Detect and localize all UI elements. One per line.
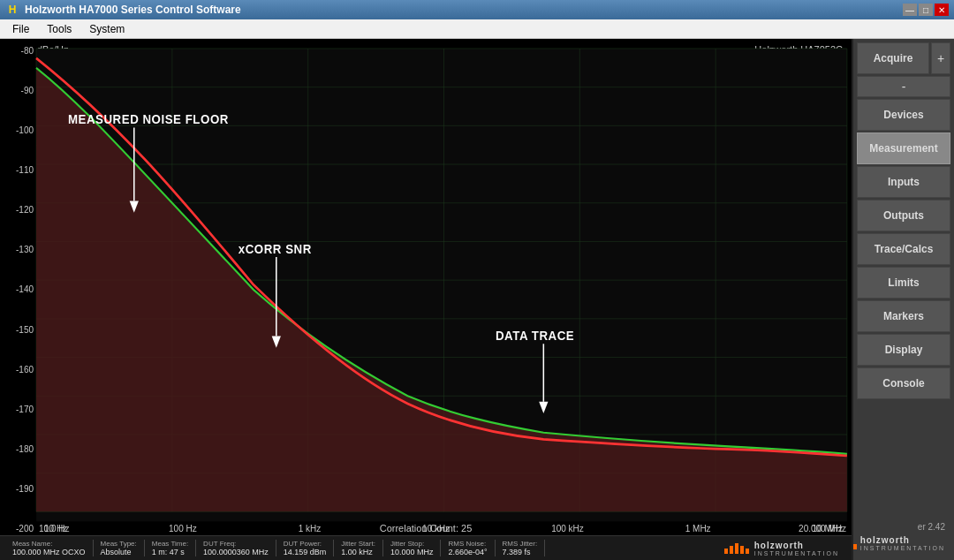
status-dut-power-label: DUT Power: <box>284 540 327 548</box>
x-label-1khz: 1 kHz <box>299 524 322 534</box>
main-layout: dBc/Hz Holzworth HA7052C 100.000 MHz OCX… <box>0 39 954 560</box>
console-button[interactable]: Console <box>857 367 950 399</box>
logo-bar-2 <box>730 546 733 554</box>
status-rms-noise-value: 2.660e-04° <box>448 548 487 556</box>
limits-button[interactable]: Limits <box>857 267 950 299</box>
y-label-110: -110 <box>2 165 34 175</box>
display-button[interactable]: Display <box>857 334 950 366</box>
status-rms-jitter-value: 7.389 fs <box>503 548 538 556</box>
status-meas-type-label: Meas Type: <box>101 540 137 548</box>
status-meas-name-value: 100.000 MHz OCXO <box>12 548 86 556</box>
status-meas-type: Meas Type: Absolute <box>94 540 145 556</box>
hz-bottom-left: 10.0 Hz <box>39 524 69 534</box>
maximize-button[interactable]: □ <box>919 4 933 16</box>
y-axis: -80 -90 -100 -110 -120 -130 -140 -150 -1… <box>0 39 35 535</box>
acquire-minus-button[interactable]: - <box>857 76 950 97</box>
status-jitter-stop-value: 10.000 MHz <box>390 548 434 556</box>
sidebar-bar-5 <box>853 544 857 549</box>
x-label-100hz: 100 Hz <box>169 524 197 534</box>
version-text: er 2.42 <box>918 522 945 532</box>
y-label-120: -120 <box>2 205 34 215</box>
x-label-100khz: 100 kHz <box>551 524 584 534</box>
outputs-button[interactable]: Outputs <box>857 200 950 231</box>
sidebar-logo-text: holzworth INSTRUMENTATION <box>860 535 945 551</box>
sidebar-logo-area: er 2.42 holzworth INSTRUMENTATION <box>857 517 950 556</box>
sidebar-logo-sub: INSTRUMENTATION <box>860 545 945 551</box>
menu-bar: File Tools System <box>0 19 954 39</box>
window-title: Holzworth HA7000 Series Control Software <box>25 4 903 16</box>
status-meas-time-label: Meas Time: <box>152 540 188 548</box>
status-jitter-start-label: Jitter Start: <box>341 540 375 548</box>
y-label-180: -180 <box>2 444 34 454</box>
menu-tools[interactable]: Tools <box>38 21 80 37</box>
logo-bar-5 <box>746 549 749 554</box>
status-rms-noise-label: RMS Noise: <box>448 540 487 548</box>
logo-text: holzworth INSTRUMENTATION <box>754 541 839 556</box>
correlation-count: Correlation Count: 25 <box>380 523 473 534</box>
status-dut-freq-value: 100.0000360 MHz <box>203 548 269 556</box>
status-dut-freq: DUT Freq: 100.0000360 MHz <box>196 540 276 556</box>
acquire-row: Acquire + <box>857 42 950 74</box>
logo-bar-1 <box>724 549 728 554</box>
status-dut-power-value: 14.159 dBm <box>284 548 327 556</box>
window-controls: — □ ✕ <box>903 4 949 16</box>
chart-svg <box>0 39 852 560</box>
close-button[interactable]: ✕ <box>935 4 949 16</box>
y-label-80: -80 <box>2 46 34 56</box>
sidebar: Acquire + - Devices Measurement Inputs O… <box>852 39 954 560</box>
status-jitter-stop-label: Jitter Stop: <box>390 540 434 548</box>
status-dut-freq-label: DUT Freq: <box>203 540 269 548</box>
x-label-1mhz: 1 MHz <box>685 524 711 534</box>
logo-bars <box>724 543 749 554</box>
y-label-190: -190 <box>2 484 34 494</box>
markers-button[interactable]: Markers <box>857 300 950 332</box>
measurement-button[interactable]: Measurement <box>857 132 950 164</box>
status-rms-noise: RMS Noise: 2.660e-04° <box>441 540 495 556</box>
y-label-130: -130 <box>2 245 34 254</box>
logo-bar-4 <box>740 546 744 554</box>
devices-button[interactable]: Devices <box>857 99 950 131</box>
status-dut-power: DUT Power: 14.159 dBm <box>276 540 335 556</box>
y-label-160: -160 <box>2 365 34 375</box>
logo-sub: INSTRUMENTATION <box>754 550 839 556</box>
sidebar-logo-name: holzworth <box>860 535 945 545</box>
y-label-100: -100 <box>2 125 34 135</box>
status-meas-name-label: Meas Name: <box>12 540 86 548</box>
status-meas-time: Meas Time: 1 m: 47 s <box>145 540 196 556</box>
status-meas-type-value: Absolute <box>101 548 137 556</box>
hz-bottom-right: 20.000 MHz <box>799 524 846 534</box>
status-bar: Meas Name: 100.000 MHz OCXO Meas Type: A… <box>0 535 852 560</box>
status-jitter-start: Jitter Start: 1.00 kHz <box>334 540 383 556</box>
acquire-plus-button[interactable]: + <box>931 42 950 74</box>
y-label-150: -150 <box>2 325 34 335</box>
y-label-90: -90 <box>2 86 34 95</box>
status-rms-jitter-label: RMS Jitter: <box>503 540 538 548</box>
trace-calcs-button[interactable]: Trace/Calcs <box>857 233 950 265</box>
status-jitter-start-value: 1.00 kHz <box>341 548 375 556</box>
menu-system[interactable]: System <box>80 21 133 37</box>
status-meas-name: Meas Name: 100.000 MHz OCXO <box>5 540 94 556</box>
app-icon: H <box>5 3 19 17</box>
y-label-200: -200 <box>2 524 34 534</box>
inputs-button[interactable]: Inputs <box>857 166 950 198</box>
logo-name: holzworth <box>754 541 839 550</box>
y-label-170: -170 <box>2 405 34 414</box>
title-bar: H Holzworth HA7000 Series Control Softwa… <box>0 0 954 19</box>
status-rms-jitter: RMS Jitter: 7.389 fs <box>496 540 546 556</box>
acquire-button[interactable]: Acquire <box>857 42 929 74</box>
menu-file[interactable]: File <box>4 21 38 37</box>
minimize-button[interactable]: — <box>903 4 917 16</box>
status-meas-time-value: 1 m: 47 s <box>152 548 188 556</box>
y-label-140: -140 <box>2 284 34 294</box>
status-jitter-stop: Jitter Stop: 10.000 MHz <box>383 540 442 556</box>
logo-bar-3 <box>735 543 738 554</box>
chart-area: dBc/Hz Holzworth HA7052C 100.000 MHz OCX… <box>0 39 852 560</box>
